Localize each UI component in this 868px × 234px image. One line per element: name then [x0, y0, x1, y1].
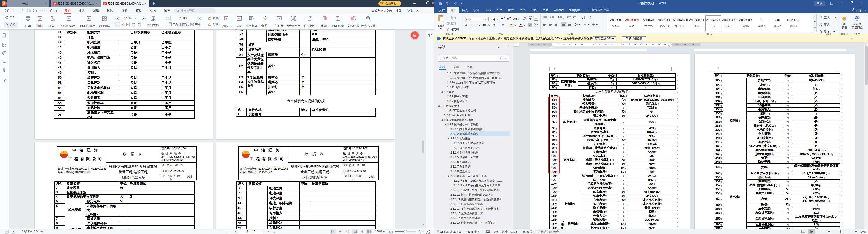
svg-text:A: A: [209, 22, 210, 26]
svg-text:Z: Z: [582, 18, 583, 20]
svg-text:1:1: 1:1: [116, 24, 119, 26]
svg-text:W: W: [68, 17, 70, 20]
svg-text:ac: ac: [819, 25, 821, 26]
svg-text:1:1: 1:1: [332, 231, 334, 233]
svg-text:W: W: [414, 34, 416, 37]
svg-text:3.: 3.: [551, 18, 552, 20]
svg-text:字: 字: [535, 24, 537, 26]
svg-text:x: x: [488, 231, 489, 232]
svg-text:中: 中: [252, 18, 254, 20]
svg-text:ab: ab: [819, 23, 821, 25]
